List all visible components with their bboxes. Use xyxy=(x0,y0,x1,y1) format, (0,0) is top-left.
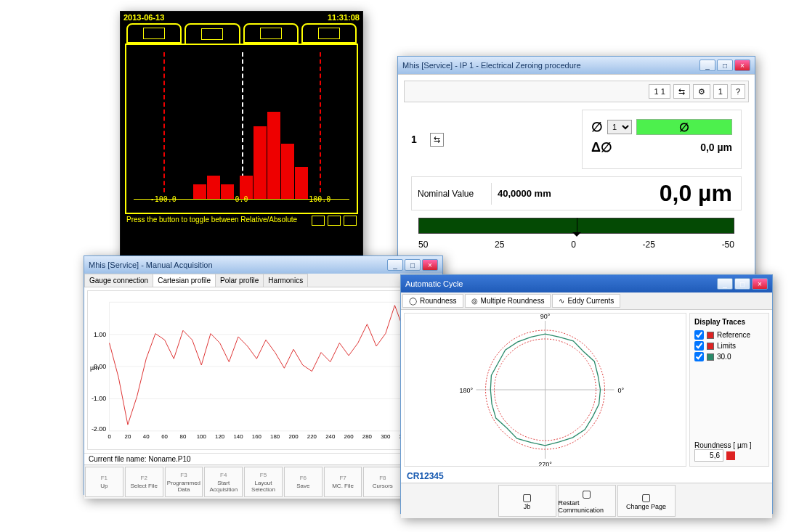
terminal-footer-icons xyxy=(312,216,357,226)
current-file-value: Noname.P10 xyxy=(148,455,190,463)
nominal-label: Nominal Value xyxy=(412,183,492,205)
svg-text:-2.00: -2.00 xyxy=(92,425,106,433)
terminal-tab-2[interactable] xyxy=(184,23,240,44)
connector-icon: ⇆ xyxy=(430,133,444,147)
zero-button-icon: ∅ xyxy=(679,120,689,134)
tab-multiple[interactable]: ◎Multiple Roundness xyxy=(465,294,551,308)
config-button[interactable]: ⚙ xyxy=(693,84,710,99)
close-button[interactable]: × xyxy=(752,278,768,290)
svg-text:180: 180 xyxy=(270,433,280,440)
svg-text:180°: 180° xyxy=(460,387,474,394)
nominal-value: 40,0000 mm xyxy=(492,182,572,205)
terminal-tab-3[interactable] xyxy=(243,23,299,44)
status-square xyxy=(726,451,735,460)
acquisition-window: Mhis [Service] - Manual Acquisition _ □ … xyxy=(84,255,443,495)
svg-text:40: 40 xyxy=(143,433,150,440)
svg-text:µm: µm xyxy=(90,364,99,372)
fn-button-F4[interactable]: F4Start Acquisition xyxy=(204,467,243,497)
polar-chart: 90° 0° 270° 180° xyxy=(404,313,686,467)
svg-text:0: 0 xyxy=(108,433,111,440)
fn-button-F6[interactable]: F6Save xyxy=(284,467,323,497)
zeroing-window: Mhis [Service] - IP 1 - Electrical Zeroi… xyxy=(397,56,755,295)
main-reading: 0,0 µm xyxy=(572,177,741,210)
maximize-button[interactable]: □ xyxy=(717,60,733,71)
legend-checkbox[interactable] xyxy=(694,352,704,361)
num-button[interactable]: 1 xyxy=(713,84,728,99)
legend-checkbox[interactable] xyxy=(694,330,704,340)
auto-button[interactable]: ▢Restart Communication xyxy=(558,485,616,517)
svg-text:260: 260 xyxy=(344,433,354,440)
svg-text:60: 60 xyxy=(161,433,168,440)
close-button[interactable]: × xyxy=(734,60,750,71)
autocycle-tabs: ◯Roundness ◎Multiple Roundness ∿Eddy Cur… xyxy=(401,292,772,310)
zeroing-titlebar[interactable]: Mhis [Service] - IP 1 - Electrical Zeroi… xyxy=(398,57,755,74)
tab-roundness[interactable]: ◯Roundness xyxy=(402,294,463,308)
fn-button-F8[interactable]: F8Cursors xyxy=(363,467,402,497)
svg-text:240: 240 xyxy=(325,433,336,440)
cycle-message: CR12345 xyxy=(401,470,772,483)
cartesian-chart: 1.00 0.00 -1.00 -2.00 µm 020406080100120… xyxy=(87,290,439,450)
minimize-button[interactable]: _ xyxy=(699,60,715,71)
fn-button-F7[interactable]: F7MC. File xyxy=(324,467,362,497)
svg-text:20: 20 xyxy=(125,433,131,440)
maximize-button[interactable]: □ xyxy=(734,278,750,290)
auto-button[interactable]: ▢Jb xyxy=(498,485,556,517)
terminal-tab-4[interactable] xyxy=(301,23,357,44)
tab-eddy[interactable]: ∿Eddy Currents xyxy=(552,294,620,308)
svg-text:120: 120 xyxy=(215,433,225,440)
autocycle-titlebar[interactable]: Automatic Cycle _ □ × xyxy=(401,275,772,292)
tab-polar[interactable]: Polar profile xyxy=(215,274,264,287)
tab-gauge[interactable]: Gauge connection xyxy=(84,274,153,287)
grid-icon xyxy=(260,28,282,39)
scale-tick: 25 xyxy=(495,240,504,250)
legend-checkbox[interactable] xyxy=(694,341,704,351)
x-tick: -100.0 xyxy=(150,195,177,203)
scale-tick: 0 xyxy=(571,240,576,250)
zero-button[interactable]: ∅ xyxy=(636,119,732,135)
channel-label: 1 xyxy=(411,134,417,145)
help-button[interactable]: ? xyxy=(731,84,745,99)
svg-text:200: 200 xyxy=(288,433,299,440)
x-tick: 100.0 xyxy=(309,195,330,203)
zeroing-toolbar: 1 1 ⇆ ⚙ 1 ? xyxy=(404,81,749,102)
tab-harmonics[interactable]: Harmonics xyxy=(263,274,308,287)
circle-icon: ◯ xyxy=(409,297,417,305)
link-button[interactable]: ⇆ xyxy=(673,84,690,99)
svg-text:300: 300 xyxy=(381,433,391,440)
autocycle-window: Automatic Cycle _ □ × ◯Roundness ◎Multip… xyxy=(400,274,773,514)
minimize-button[interactable]: _ xyxy=(717,278,733,290)
svg-text:270°: 270° xyxy=(538,461,552,466)
terminal-tab-1[interactable] xyxy=(126,23,182,44)
svg-text:140: 140 xyxy=(233,433,243,440)
scale-tick: -25 xyxy=(643,240,655,250)
circles-icon: ◎ xyxy=(471,297,478,305)
channel-select[interactable]: 1 xyxy=(607,120,632,134)
legend-item[interactable]: Reference xyxy=(694,330,764,340)
svg-text:0°: 0° xyxy=(618,387,625,394)
auto-button[interactable]: ▢Change Page xyxy=(617,485,676,517)
terminal-window: 2013-06-13 11:31:08 -100.0 0.0 100.0 Pre… xyxy=(120,11,363,261)
terminal-tabs xyxy=(121,23,362,44)
list-icon xyxy=(201,28,223,40)
terminal-date: 2013-06-13 xyxy=(123,13,164,22)
legend-item[interactable]: 30.0 xyxy=(694,352,764,361)
legend-item[interactable]: Limits xyxy=(694,341,764,351)
svg-text:280: 280 xyxy=(362,433,373,440)
fn-button-F2[interactable]: F2Select File xyxy=(125,467,163,497)
maximize-button[interactable]: □ xyxy=(405,259,421,271)
svg-text:1.00: 1.00 xyxy=(94,331,106,338)
diameter-icon: ∅ xyxy=(591,119,603,135)
autocycle-buttons: ▢Jb▢Restart Communication▢Change Page xyxy=(401,483,772,518)
fn-button-F1[interactable]: F1Up xyxy=(85,467,123,497)
tab-cartesian[interactable]: Cartesian profile xyxy=(153,274,216,287)
scale-bar xyxy=(418,218,734,234)
roundness-label: Roundness [ µm ] xyxy=(694,441,764,449)
fn-button-F3[interactable]: F3Programmed Data xyxy=(165,467,203,497)
minimize-button[interactable]: _ xyxy=(387,259,403,271)
chart-icon xyxy=(318,28,340,39)
acquisition-tabs: Gauge connection Cartesian profile Polar… xyxy=(84,274,442,287)
window-title: Mhis [Service] - Manual Acquisition xyxy=(89,261,213,269)
acquisition-titlebar[interactable]: Mhis [Service] - Manual Acquisition _ □ … xyxy=(84,256,442,274)
fn-button-F5[interactable]: F5Layout Selection xyxy=(244,467,283,497)
close-button[interactable]: × xyxy=(422,259,438,271)
